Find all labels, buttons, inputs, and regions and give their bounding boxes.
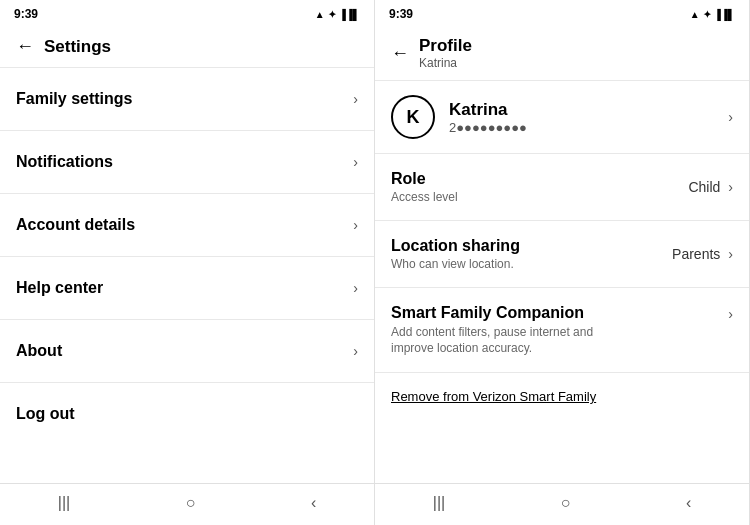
back-button-right[interactable]: ← xyxy=(391,43,409,64)
profile-panel: 9:39 ▲ ✦ ▐▐▌ ← Profile Katrina K Katrina… xyxy=(375,0,750,525)
menu-item-family-settings[interactable]: Family settings › xyxy=(0,68,374,131)
chevron-icon-location: › xyxy=(728,246,733,262)
role-value: Child xyxy=(688,179,720,195)
battery-icon-right: ▐▐▌ xyxy=(714,9,735,20)
status-bar-right: 9:39 ▲ ✦ ▐▐▌ xyxy=(375,0,749,26)
settings-title-block: Settings xyxy=(44,37,111,57)
wifi-icon-right: ✦ xyxy=(703,9,711,20)
chevron-icon-about: › xyxy=(353,343,358,359)
location-value: Parents xyxy=(672,246,720,262)
wifi-icon: ✦ xyxy=(328,9,336,20)
chevron-icon-profile: › xyxy=(728,109,733,125)
profile-name: Katrina xyxy=(449,100,714,120)
menu-item-logout[interactable]: Log out xyxy=(0,383,374,445)
location-right: Parents › xyxy=(672,246,733,262)
remove-link-row: Remove from Verizon Smart Family xyxy=(375,373,749,419)
bottom-nav-left: ||| ○ ‹ xyxy=(0,483,374,525)
menu-item-about[interactable]: About › xyxy=(0,320,374,383)
chevron-icon-notifications: › xyxy=(353,154,358,170)
status-icons-right: ▲ ✦ ▐▐▌ xyxy=(690,9,735,20)
time-left: 9:39 xyxy=(14,7,38,21)
chevron-icon-smart-family: › xyxy=(728,306,733,322)
profile-number: 2●●●●●●●●● xyxy=(449,120,714,135)
status-bar-left: 9:39 ▲ ✦ ▐▐▌ xyxy=(0,0,374,26)
signal-icon: ▲ xyxy=(315,9,325,20)
profile-title-block: Profile Katrina xyxy=(419,36,472,70)
role-left: Role Access level xyxy=(391,170,688,204)
battery-icon: ▐▐▌ xyxy=(339,9,360,20)
bottom-nav-right: ||| ○ ‹ xyxy=(375,483,749,525)
smart-family-left: Smart Family Companion Add content filte… xyxy=(391,304,728,356)
role-right: Child › xyxy=(688,179,733,195)
detail-row-role[interactable]: Role Access level Child › xyxy=(375,154,749,221)
smart-family-label: Smart Family Companion xyxy=(391,304,728,322)
nav-back-icon-right[interactable]: ‹ xyxy=(686,494,691,512)
location-left: Location sharing Who can view location. xyxy=(391,237,672,271)
location-label: Location sharing xyxy=(391,237,672,255)
menu-item-account-details[interactable]: Account details › xyxy=(0,194,374,257)
smart-family-sub: Add content filters, pause internet and … xyxy=(391,324,611,356)
role-label: Role xyxy=(391,170,688,188)
back-button-left[interactable]: ← xyxy=(16,36,34,57)
signal-icon-right: ▲ xyxy=(690,9,700,20)
menu-label-account-details: Account details xyxy=(16,216,135,234)
role-sub: Access level xyxy=(391,190,688,204)
profile-header[interactable]: K Katrina 2●●●●●●●●● › xyxy=(375,81,749,154)
chevron-icon-account-details: › xyxy=(353,217,358,233)
remove-link[interactable]: Remove from Verizon Smart Family xyxy=(391,389,596,404)
profile-subtitle: Katrina xyxy=(419,56,472,70)
time-right: 9:39 xyxy=(389,7,413,21)
menu-label-logout: Log out xyxy=(16,405,75,423)
settings-panel: 9:39 ▲ ✦ ▐▐▌ ← Settings Family settings … xyxy=(0,0,375,525)
nav-menu-icon[interactable]: ||| xyxy=(58,494,70,512)
nav-home-icon[interactable]: ○ xyxy=(186,494,196,512)
nav-back-icon[interactable]: ‹ xyxy=(311,494,316,512)
location-sub: Who can view location. xyxy=(391,257,672,271)
nav-home-icon-right[interactable]: ○ xyxy=(561,494,571,512)
menu-label-notifications: Notifications xyxy=(16,153,113,171)
nav-menu-icon-right[interactable]: ||| xyxy=(433,494,445,512)
chevron-icon-family-settings: › xyxy=(353,91,358,107)
status-icons-left: ▲ ✦ ▐▐▌ xyxy=(315,9,360,20)
profile-top-bar: ← Profile Katrina xyxy=(375,26,749,81)
detail-row-smart-family[interactable]: Smart Family Companion Add content filte… xyxy=(375,288,749,373)
menu-label-family-settings: Family settings xyxy=(16,90,132,108)
chevron-icon-help-center: › xyxy=(353,280,358,296)
profile-title: Profile xyxy=(419,36,472,56)
settings-title: Settings xyxy=(44,37,111,57)
menu-item-notifications[interactable]: Notifications › xyxy=(0,131,374,194)
settings-top-bar: ← Settings xyxy=(0,26,374,68)
smart-family-right: › xyxy=(728,304,733,322)
menu-label-about: About xyxy=(16,342,62,360)
detail-row-location[interactable]: Location sharing Who can view location. … xyxy=(375,221,749,288)
profile-info: Katrina 2●●●●●●●●● xyxy=(449,100,714,135)
menu-item-help-center[interactable]: Help center › xyxy=(0,257,374,320)
chevron-icon-role: › xyxy=(728,179,733,195)
avatar: K xyxy=(391,95,435,139)
menu-label-help-center: Help center xyxy=(16,279,103,297)
settings-menu-list: Family settings › Notifications › Accoun… xyxy=(0,68,374,483)
